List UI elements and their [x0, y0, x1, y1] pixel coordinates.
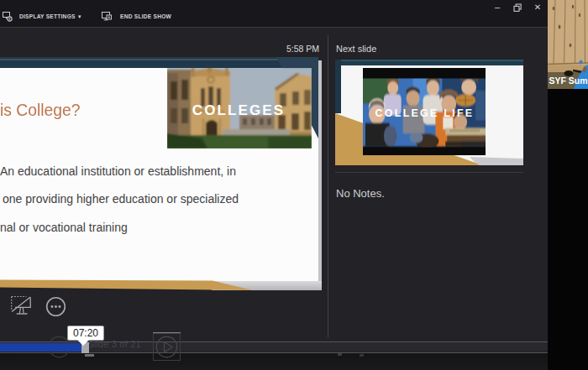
svg-text:SYF Summ: SYF Summ: [549, 76, 588, 86]
svg-text:COLLEGE LIFE: COLLEGE LIFE: [375, 106, 475, 118]
svg-text:COLLEGES: COLLEGES: [192, 102, 285, 118]
